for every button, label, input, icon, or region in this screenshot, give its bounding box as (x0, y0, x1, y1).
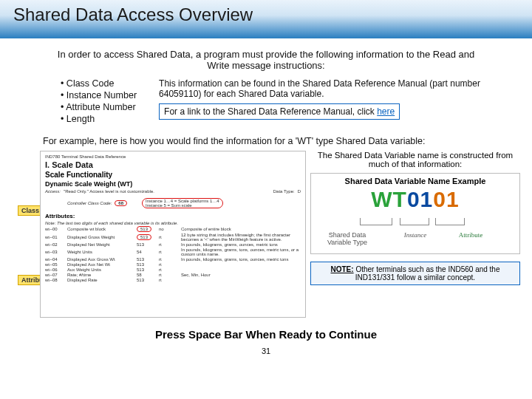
title-bar: Shared Data Access Overview (0, 0, 532, 38)
intro-text: In order to access Shared Data, a progra… (49, 49, 483, 71)
link-prefix: For a link to the Shared Data Reference … (164, 106, 377, 117)
note-box: NOTE: Other terminals such as the IND560… (310, 262, 520, 285)
bullet-list: Class Code Instance Number Attribute Num… (61, 78, 137, 126)
varname-desc: The Shared Data Variable name is constru… (310, 151, 520, 173)
varname-lab-instance: Instance (397, 231, 434, 239)
note-lead: NOTE: (331, 265, 354, 273)
right-column: The Shared Data Variable name is constru… (310, 151, 520, 321)
label-class: Class (18, 205, 43, 216)
info-text: This information can be found in the Sha… (159, 78, 495, 99)
varname-big: WT0101 (314, 187, 516, 212)
bullet-item: Attribute Number (61, 102, 137, 112)
bullet-item: Class Code (61, 78, 137, 89)
info-row: Class Code Instance Number Attribute Num… (0, 78, 532, 126)
doc-header: IND780 Terminal Shared Data Reference (45, 154, 301, 159)
link-here[interactable]: here (377, 106, 395, 117)
reference-doc-area: Class Instance Length Attribute IND780 T… (18, 151, 306, 321)
page-title: Shared Data Access Overview (13, 4, 519, 25)
doc-section: I. Scale Data (45, 160, 301, 169)
doc-item: Dynamic Scale Weight (WT) (45, 180, 301, 188)
bullet-item: Length (61, 114, 137, 124)
varname-graphic: WT0101 Shared Data Variable Type Instanc… (314, 187, 516, 249)
info-block: This information can be found in the Sha… (159, 78, 495, 120)
doc-note: Note: The last two digits of each shared… (45, 221, 301, 225)
page-number: 31 (0, 347, 532, 355)
footer-prompt: Press Space Bar When Ready to Continue (0, 328, 532, 341)
lower-row: Class Instance Length Attribute IND780 T… (0, 151, 532, 321)
link-box: For a link to the Shared Data Reference … (159, 103, 400, 120)
bullet-item: Instance Number (61, 90, 137, 100)
varname-box: Shared Data Variable Name Example WT0101… (310, 173, 520, 254)
note-text: Other terminals such as the IND560 and t… (354, 265, 500, 282)
reference-doc-image: IND780 Terminal Shared Data Reference I.… (40, 151, 306, 318)
doc-rows: wt--00Composite wt block513noComposite o… (45, 226, 301, 282)
doc-attr-hdr: Attributes: (45, 213, 301, 219)
varname-header: Shared Data Variable Name Example (314, 177, 516, 185)
doc-func: Scale Functionality (45, 171, 301, 179)
example-text: For example, here is how you would find … (43, 136, 532, 146)
varname-lab-attribute: Attribute (450, 231, 491, 239)
varname-lab-type: Shared Data Variable Type (318, 231, 376, 246)
